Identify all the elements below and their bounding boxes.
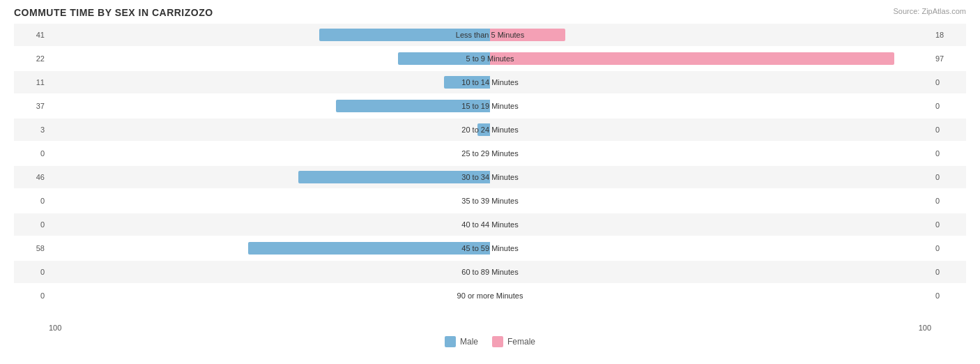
bar-section: 35 to 39 Minutes bbox=[49, 190, 931, 212]
male-bar-container bbox=[49, 123, 490, 137]
female-value: 0 bbox=[931, 220, 966, 229]
bar-section: 15 to 19 Minutes bbox=[49, 95, 931, 117]
chart-row: 3 20 to 24 Minutes 0 bbox=[14, 119, 966, 141]
female-value: 97 bbox=[931, 54, 966, 63]
male-value: 11 bbox=[14, 78, 49, 86]
female-value: 0 bbox=[931, 291, 966, 300]
female-bar-container bbox=[490, 99, 931, 113]
chart-row: 58 45 to 59 Minutes 0 bbox=[14, 237, 966, 259]
bar-section: 30 to 34 Minutes bbox=[49, 166, 931, 188]
male-bar-container bbox=[49, 52, 490, 66]
legend-male-label: Male bbox=[460, 337, 478, 347]
chart-row: 0 90 or more Minutes 0 bbox=[14, 285, 966, 307]
male-value: 3 bbox=[14, 126, 49, 134]
male-value: 0 bbox=[14, 291, 49, 300]
female-value: 0 bbox=[931, 149, 966, 158]
bar-section: 60 to 89 Minutes bbox=[49, 261, 931, 283]
male-bar-container bbox=[49, 289, 490, 303]
male-bar-container bbox=[49, 28, 490, 42]
bar-section: 10 to 14 Minutes bbox=[49, 71, 931, 93]
male-bar-container bbox=[49, 218, 490, 232]
chart-row: 41 Less than 5 Minutes 18 bbox=[14, 24, 966, 46]
chart-row: 11 10 to 14 Minutes 0 bbox=[14, 71, 966, 93]
female-bar-container bbox=[490, 265, 931, 279]
bar-section: 90 or more Minutes bbox=[49, 285, 931, 307]
male-bar-container bbox=[49, 241, 490, 255]
male-value: 46 bbox=[14, 173, 49, 181]
bar-section: 45 to 59 Minutes bbox=[49, 237, 931, 259]
female-bar-container bbox=[490, 75, 931, 89]
axis-right: 100 bbox=[919, 324, 931, 332]
source-text: Source: ZipAtlas.com bbox=[893, 7, 966, 15]
bar-section: Less than 5 Minutes bbox=[49, 24, 931, 46]
male-bar bbox=[444, 76, 490, 89]
female-value: 0 bbox=[931, 102, 966, 110]
female-bar-container bbox=[490, 146, 931, 160]
chart-row: 0 25 to 29 Minutes 0 bbox=[14, 142, 966, 165]
legend-female: Female bbox=[492, 336, 535, 347]
female-value: 0 bbox=[931, 197, 966, 205]
bar-section: 40 to 44 Minutes bbox=[49, 213, 931, 236]
female-value: 18 bbox=[931, 31, 966, 39]
male-bar-container bbox=[49, 170, 490, 184]
chart-row: 22 5 to 9 Minutes 97 bbox=[14, 47, 966, 70]
male-bar bbox=[248, 242, 490, 255]
male-bar-container bbox=[49, 75, 490, 89]
chart-row: 46 30 to 34 Minutes 0 bbox=[14, 166, 966, 188]
chart-row: 0 35 to 39 Minutes 0 bbox=[14, 190, 966, 212]
male-bar bbox=[319, 29, 490, 41]
male-bar bbox=[477, 123, 490, 136]
chart-row: 0 60 to 89 Minutes 0 bbox=[14, 261, 966, 283]
male-value: 0 bbox=[14, 197, 49, 205]
female-bar-container bbox=[490, 241, 931, 255]
female-value: 0 bbox=[931, 78, 966, 86]
female-bar-container bbox=[490, 28, 931, 42]
male-value: 0 bbox=[14, 149, 49, 158]
male-value: 37 bbox=[14, 102, 49, 110]
chart-row: 0 40 to 44 Minutes 0 bbox=[14, 213, 966, 236]
male-bar-container bbox=[49, 194, 490, 208]
legend-male: Male bbox=[445, 336, 478, 347]
male-bar bbox=[336, 100, 490, 112]
female-bar-container bbox=[490, 52, 931, 66]
male-value: 0 bbox=[14, 220, 49, 229]
legend-male-box bbox=[445, 336, 456, 347]
male-bar-container bbox=[49, 265, 490, 279]
axis-labels: 100 100 bbox=[14, 324, 966, 332]
female-bar-container bbox=[490, 170, 931, 184]
chart-row: 37 15 to 19 Minutes 0 bbox=[14, 95, 966, 117]
female-bar bbox=[490, 52, 894, 65]
bar-section: 25 to 29 Minutes bbox=[49, 142, 931, 165]
legend-female-box bbox=[492, 336, 503, 347]
female-bar-container bbox=[490, 289, 931, 303]
male-value: 22 bbox=[14, 54, 49, 63]
chart-title: COMMUTE TIME BY SEX IN CARRIZOZO bbox=[14, 7, 966, 18]
female-value: 0 bbox=[931, 173, 966, 181]
male-bar bbox=[298, 171, 490, 183]
female-bar bbox=[490, 29, 565, 41]
male-value: 0 bbox=[14, 268, 49, 276]
female-bar-container bbox=[490, 194, 931, 208]
female-bar-container bbox=[490, 123, 931, 137]
male-bar bbox=[398, 52, 490, 65]
female-value: 0 bbox=[931, 268, 966, 276]
male-value: 58 bbox=[14, 244, 49, 252]
axis-left: 100 bbox=[49, 324, 61, 332]
chart-area: 41 Less than 5 Minutes 18 22 5 to 9 Minu… bbox=[14, 24, 966, 324]
legend-female-label: Female bbox=[507, 337, 535, 347]
legend: Male Female bbox=[14, 336, 966, 347]
male-bar-container bbox=[49, 146, 490, 160]
female-value: 0 bbox=[931, 126, 966, 134]
bar-section: 20 to 24 Minutes bbox=[49, 119, 931, 141]
chart-container: COMMUTE TIME BY SEX IN CARRIZOZO Source:… bbox=[0, 0, 980, 364]
male-value: 41 bbox=[14, 31, 49, 39]
female-bar-container bbox=[490, 218, 931, 232]
male-bar-container bbox=[49, 99, 490, 113]
bar-section: 5 to 9 Minutes bbox=[49, 47, 931, 70]
female-value: 0 bbox=[931, 244, 966, 252]
